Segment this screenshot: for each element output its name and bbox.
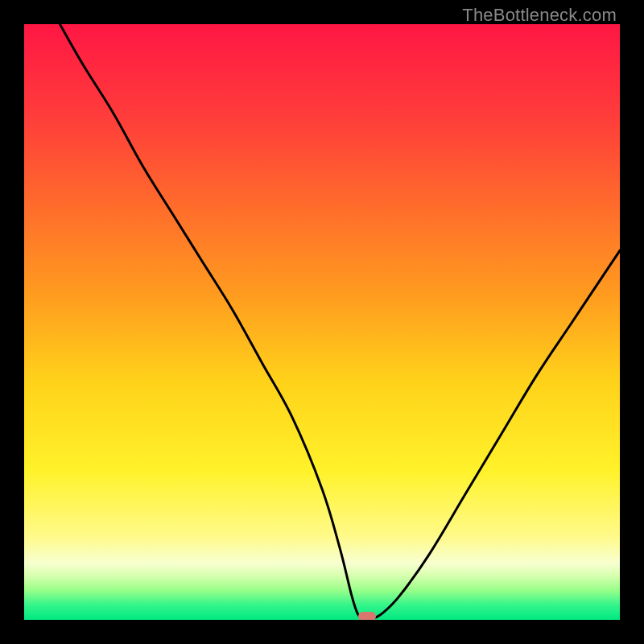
plot-area [24,24,620,620]
watermark-text: TheBottleneck.com [462,5,617,26]
optimal-point-marker [358,612,376,620]
bottleneck-curve [24,24,620,620]
chart-frame: TheBottleneck.com [0,0,644,644]
